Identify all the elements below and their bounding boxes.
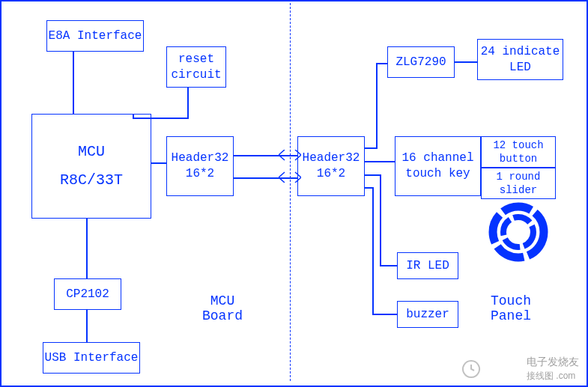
- block-label: circuit: [171, 67, 221, 83]
- wire: [372, 187, 374, 314]
- block-label: MCU: [78, 142, 105, 162]
- wire: [376, 63, 378, 149]
- wire: [187, 88, 189, 118]
- block-label: E8A Interface: [49, 28, 142, 44]
- block-label: ZLG7290: [395, 55, 446, 70]
- block-label: 1 round: [497, 170, 541, 183]
- watermark-text: 电子发烧友 接线图 .com: [527, 356, 579, 383]
- block-label: 16*2: [186, 166, 214, 182]
- block-usb-interface: USB Interface: [43, 342, 140, 374]
- block-label: LED: [509, 60, 531, 76]
- block-label: slider: [500, 183, 537, 197]
- block-cp2102: CP2102: [54, 278, 121, 310]
- block-e8a-interface: E8A Interface: [46, 20, 144, 52]
- block-label: buzzer: [406, 307, 449, 323]
- block-label: 16 channel: [401, 150, 473, 166]
- wire: [73, 52, 74, 114]
- block-label: 24 indicate: [481, 44, 560, 60]
- wire: [133, 118, 189, 119]
- block-label: IR LED: [406, 258, 449, 274]
- block-label: Header32: [172, 150, 229, 166]
- wire: [380, 265, 397, 266]
- watermark-main: 电子发烧友: [527, 356, 579, 368]
- block-header-right: Header32 16*2: [297, 136, 365, 196]
- wire: [365, 187, 372, 189]
- block-label: CP2102: [66, 287, 109, 302]
- block-ir-led: IR LED: [397, 252, 458, 279]
- wire: [455, 61, 477, 63]
- svg-point-1: [503, 217, 533, 247]
- touch-panel-label: Touch Panel: [481, 293, 541, 323]
- connector-arrows-icon: [279, 150, 301, 183]
- round-slider-icon: [488, 202, 548, 262]
- mcu-board-label: MCU Board: [193, 293, 252, 323]
- wire: [133, 114, 134, 118]
- block-12-touch-button: 12 touch button: [481, 136, 556, 168]
- block-label: button: [500, 152, 537, 165]
- block-mcu: MCU R8C/33T: [31, 114, 151, 219]
- block-16-channel-touch-key: 16 channel touch key: [395, 136, 481, 196]
- wire: [151, 162, 166, 164]
- block-label: touch key: [405, 166, 470, 182]
- wire: [86, 219, 88, 278]
- wire: [365, 147, 376, 149]
- label-line: Board: [202, 308, 243, 323]
- block-label: R8C/33T: [60, 171, 123, 190]
- wire: [365, 161, 395, 162]
- section-divider: [290, 3, 291, 381]
- block-label: 16*2: [317, 166, 345, 182]
- label-line: Panel: [491, 308, 531, 323]
- wire: [365, 174, 380, 176]
- block-1-round-slider: 1 round slider: [481, 168, 556, 199]
- block-buzzer: buzzer: [397, 301, 458, 328]
- wire: [86, 310, 88, 342]
- label-line: Touch: [491, 293, 531, 308]
- block-label: reset: [178, 52, 214, 67]
- block-label: Header32: [303, 150, 360, 166]
- watermark-site: 接线图 .com: [527, 371, 575, 381]
- wire: [380, 174, 381, 266]
- block-header-left: Header32 16*2: [166, 136, 234, 196]
- block-24-indicate-led: 24 indicate LED: [477, 39, 563, 80]
- watermark-logo-icon: [461, 359, 482, 380]
- block-zlg7290: ZLG7290: [387, 46, 455, 78]
- diagram-canvas: E8A Interface reset circuit MCU R8C/33T …: [0, 0, 588, 387]
- block-label: 12 touch: [493, 138, 543, 152]
- wire: [376, 63, 387, 64]
- label-line: MCU: [210, 293, 234, 308]
- block-label: USB Interface: [45, 350, 139, 366]
- block-reset-circuit: reset circuit: [166, 46, 226, 88]
- wire: [372, 314, 397, 315]
